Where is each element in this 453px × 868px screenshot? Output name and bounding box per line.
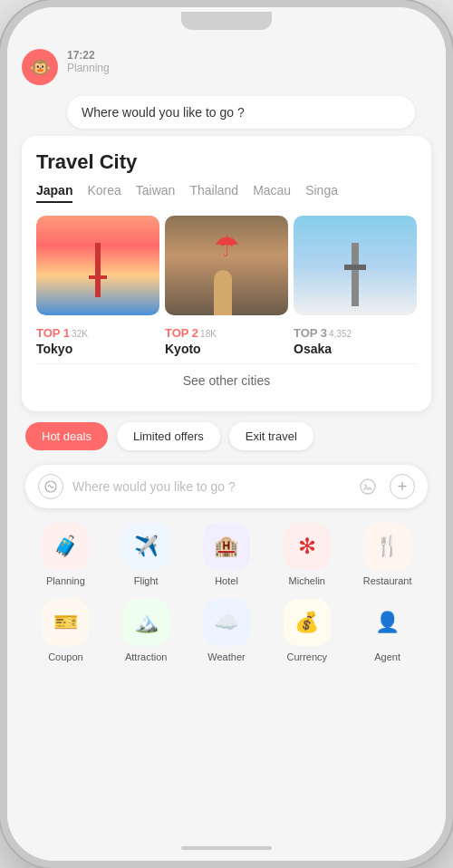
city-info-osaka: TOP 3 4,352 Osaka <box>294 326 417 356</box>
agent-icon-circle: 👤 <box>364 599 411 646</box>
osaka-rank-count: 4,352 <box>329 329 352 339</box>
tab-taiwan[interactable]: Taiwan <box>136 183 176 203</box>
kyoto-name[interactable]: Kyoto <box>165 342 288 356</box>
hotel-icon-circle: 🏨 <box>203 523 250 570</box>
tab-macau[interactable]: Macau <box>253 183 291 203</box>
michelin-icon-circle: ✻ <box>284 523 331 570</box>
city-info-kyoto: TOP 2 18K Kyoto <box>165 326 288 356</box>
city-info-tokyo: TOP 1 32K Tokyo <box>36 326 159 356</box>
svg-point-2 <box>364 484 366 486</box>
city-images <box>36 216 417 315</box>
input-bar[interactable]: Where would you like to go ? + <box>25 465 428 508</box>
avatar: 🐵 <box>22 49 58 85</box>
tokyo-rank: TOP 1 32K <box>36 326 159 340</box>
hot-deals-button[interactable]: Hot deals <box>25 422 108 450</box>
svg-point-1 <box>361 479 375 494</box>
see-other-button[interactable]: See other cities <box>36 363 417 397</box>
quick-actions: Hot deals Limited offers Exit travel <box>22 422 431 450</box>
hotel-label: Hotel <box>215 575 238 586</box>
kyoto-rank-label: TOP 2 <box>165 326 198 340</box>
travel-card: Travel City Japan Korea Taiwan Thailand … <box>22 136 431 411</box>
agent-label: Agent <box>374 651 400 662</box>
coupon-icon-circle: 🎫 <box>42 599 89 646</box>
icon-item-flight[interactable]: ✈️ Flight <box>110 523 183 586</box>
icon-item-hotel[interactable]: 🏨 Hotel <box>190 523 264 586</box>
tab-thailand[interactable]: Thailand <box>189 183 238 203</box>
tab-japan[interactable]: Japan <box>36 183 72 203</box>
kyoto-rank-count: 18K <box>200 329 217 339</box>
osaka-name[interactable]: Osaka <box>294 342 417 356</box>
tab-korea[interactable]: Korea <box>87 183 120 203</box>
icon-item-coupon[interactable]: 🎫 Coupon <box>29 599 102 662</box>
planning-label: Planning <box>46 575 85 586</box>
status-bar <box>7 7 446 34</box>
flight-label: Flight <box>134 575 159 586</box>
tokyo-rank-count: 32K <box>72 329 88 339</box>
exit-travel-button[interactable]: Exit travel <box>229 422 313 450</box>
planning-icon-circle: 🧳 <box>42 523 89 570</box>
bottom-bar <box>7 835 446 861</box>
message-label: Planning <box>67 62 110 74</box>
tokyo-image[interactable] <box>36 216 159 315</box>
message-meta: 17:22 Planning <box>67 49 110 74</box>
flight-icon-circle: ✈️ <box>122 523 169 570</box>
weather-icon-circle: ☁️ <box>203 599 250 646</box>
image-icon[interactable] <box>355 474 381 499</box>
limited-offers-button[interactable]: Limited offers <box>117 422 220 450</box>
icon-grid: 🧳 Planning ✈️ Flight 🏨 Hotel ✻ Michelin … <box>22 519 431 673</box>
city-info-row: TOP 1 32K Tokyo TOP 2 18K Kyoto <box>36 326 417 356</box>
currency-icon-circle: 💰 <box>284 599 331 646</box>
kyoto-image[interactable] <box>165 216 288 315</box>
tab-singa[interactable]: Singa <box>305 183 338 203</box>
coupon-label: Coupon <box>48 651 83 662</box>
phone-frame: 🐵 17:22 Planning Where would you like to… <box>0 0 453 868</box>
icon-item-planning[interactable]: 🧳 Planning <box>29 523 102 586</box>
icon-item-agent[interactable]: 👤 Agent <box>351 599 424 662</box>
chat-bubble: Where would you like to go ? <box>67 96 415 129</box>
attraction-label: Attraction <box>125 651 167 662</box>
icon-item-currency[interactable]: 💰 Currency <box>270 599 343 662</box>
home-indicator <box>181 846 272 850</box>
voice-icon[interactable] <box>38 474 63 499</box>
currency-label: Currency <box>286 651 327 662</box>
icon-item-weather[interactable]: ☁️ Weather <box>190 599 264 662</box>
restaurant-icon-circle: 🍴 <box>364 523 411 570</box>
message-time: 17:22 <box>67 49 110 62</box>
travel-card-title: Travel City <box>36 150 417 174</box>
chat-area: 🐵 17:22 Planning Where would you like to… <box>7 34 446 835</box>
notch <box>181 12 272 30</box>
weather-label: Weather <box>207 651 245 662</box>
osaka-rank-label: TOP 3 <box>294 326 327 340</box>
icon-item-restaurant[interactable]: 🍴 Restaurant <box>351 523 424 586</box>
osaka-image[interactable] <box>294 216 417 315</box>
tokyo-name[interactable]: Tokyo <box>36 342 159 356</box>
city-tabs: Japan Korea Taiwan Thailand Macau Singa <box>36 183 417 203</box>
restaurant-label: Restaurant <box>363 575 412 586</box>
kyoto-rank: TOP 2 18K <box>165 326 288 340</box>
icon-item-michelin[interactable]: ✻ Michelin <box>270 523 343 586</box>
add-icon[interactable]: + <box>390 474 415 499</box>
bot-message-row: 🐵 17:22 Planning <box>22 49 431 85</box>
icon-item-attraction[interactable]: 🏔️ Attraction <box>110 599 183 662</box>
attraction-icon-circle: 🏔️ <box>122 599 169 646</box>
tokyo-rank-label: TOP 1 <box>36 326 70 340</box>
osaka-rank: TOP 3 4,352 <box>294 326 417 340</box>
michelin-label: Michelin <box>289 575 325 586</box>
phone-inner: 🐵 17:22 Planning Where would you like to… <box>7 7 446 861</box>
input-placeholder[interactable]: Where would you like to go ? <box>72 479 346 494</box>
